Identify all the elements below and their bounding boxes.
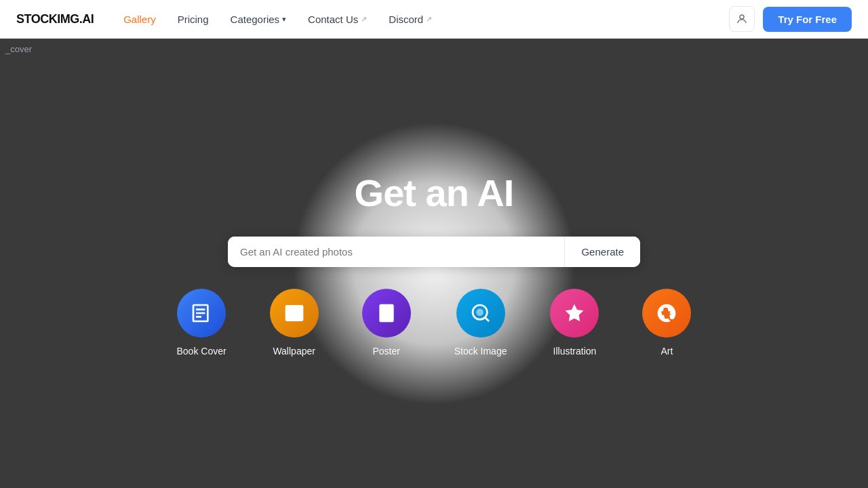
nav-links: Gallery Pricing Categories ▾ Contact Us … <box>115 9 729 29</box>
stock-image-icon <box>456 289 505 338</box>
nav-contact[interactable]: Contact Us ↗ <box>300 9 375 29</box>
search-bar: Generate <box>228 237 640 267</box>
illustration-label: Illustration <box>553 346 597 357</box>
poster-label: Poster <box>372 346 399 357</box>
hero-title: Get an AI <box>355 171 514 215</box>
book-cover-label: Book Cover <box>177 346 226 357</box>
external-link-icon: ↗ <box>361 15 367 24</box>
nav-pricing[interactable]: Pricing <box>170 9 217 29</box>
svg-line-8 <box>485 317 489 321</box>
illustration-icon <box>550 289 599 338</box>
svg-marker-10 <box>566 304 584 321</box>
external-link-icon-discord: ↗ <box>426 15 432 24</box>
svg-point-0 <box>740 15 744 19</box>
nav-gallery[interactable]: Gallery <box>115 9 164 29</box>
wallpaper-icon <box>270 289 319 338</box>
try-free-button[interactable]: Try For Free <box>763 7 852 32</box>
wallpaper-label: Wallpaper <box>273 346 315 357</box>
svg-point-2 <box>290 308 292 311</box>
hero-section: _cover Get an AI Generate Book CoverWall… <box>0 39 868 488</box>
category-stock-image[interactable]: Stock Image <box>454 289 507 357</box>
hero-title-ai: AI <box>477 171 513 214</box>
user-account-button[interactable] <box>729 6 755 32</box>
chevron-down-icon: ▾ <box>282 15 286 24</box>
category-wallpaper[interactable]: Wallpaper <box>270 289 319 357</box>
poster-icon <box>362 289 411 338</box>
art-icon <box>642 289 691 338</box>
logo[interactable]: STOCKIMG.AI <box>16 12 94 26</box>
nav-categories[interactable]: Categories ▾ <box>222 9 295 29</box>
svg-point-9 <box>477 309 482 314</box>
generate-button[interactable]: Generate <box>564 237 640 267</box>
cover-label: _cover <box>5 44 32 54</box>
category-illustration[interactable]: Illustration <box>550 289 599 357</box>
nav-actions: Try For Free <box>729 6 852 32</box>
categories-row: Book CoverWallpaperPosterStock ImageIllu… <box>177 289 692 357</box>
art-label: Art <box>661 346 673 357</box>
category-poster[interactable]: Poster <box>362 289 411 357</box>
stock-image-label: Stock Image <box>454 346 507 357</box>
category-book-cover[interactable]: Book Cover <box>177 289 226 357</box>
user-icon <box>736 13 748 25</box>
category-art[interactable]: Art <box>642 289 691 357</box>
hero-content: Get an AI Generate Book CoverWallpaperPo… <box>177 171 692 357</box>
book-cover-icon <box>177 289 226 338</box>
nav-discord[interactable]: Discord ↗ <box>380 9 440 29</box>
search-input[interactable] <box>228 237 564 267</box>
navbar: STOCKIMG.AI Gallery Pricing Categories ▾… <box>0 0 868 39</box>
